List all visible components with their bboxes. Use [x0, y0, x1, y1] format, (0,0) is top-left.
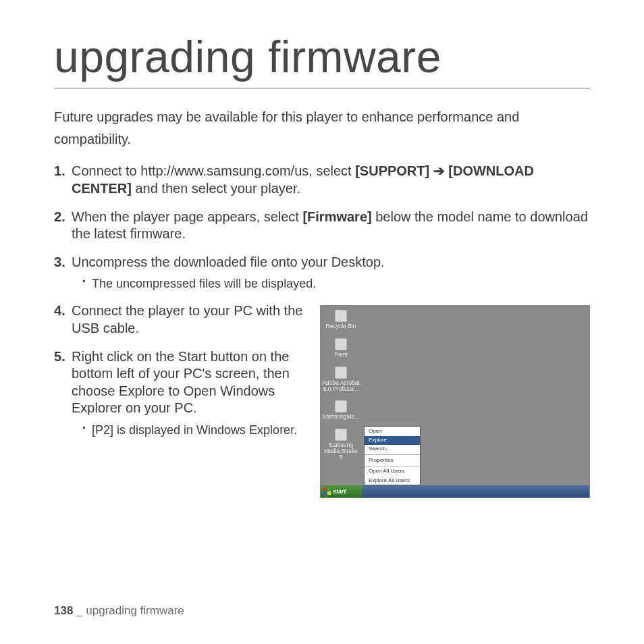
step1-post: and then select your player.	[132, 181, 300, 196]
step4-text: Connect the player to your PC with the U…	[72, 303, 302, 336]
start-button: start	[321, 485, 363, 498]
step-1: Connect to http://www.samsung.com/us, se…	[54, 163, 590, 197]
acrobat-app-icon	[335, 367, 347, 379]
menu-explore: Explore	[365, 436, 420, 445]
samsung-media-1-icon: SamsungMe...	[322, 400, 360, 420]
sammedia2-label: Samsung Media Studio 5	[322, 442, 360, 460]
menu-search: Search...	[365, 445, 420, 454]
menu-explore-all-users: Explore All Users	[365, 476, 420, 485]
step3-text: Uncompress the downloaded file onto your…	[72, 254, 385, 269]
samsung-app2-icon	[335, 429, 347, 441]
menu-properties: Properties	[365, 456, 420, 464]
step3-sub: The uncompressed files will be displayed…	[82, 276, 590, 292]
intro-text: Future upgrades may be available for thi…	[54, 106, 590, 151]
step-2: When the player page appears, select [Fi…	[54, 209, 590, 243]
paint-app-icon	[335, 338, 347, 350]
step-5: Right click on the Start button on the b…	[54, 348, 308, 438]
menu-separator-2	[365, 466, 420, 466]
page-title: upgrading firmware	[54, 28, 590, 88]
step1-support: [SUPPORT]	[355, 163, 429, 178]
menu-open: Open	[365, 427, 420, 435]
recycle-label: Recycle Bin	[322, 323, 360, 329]
step5-sub-list: [P2] is displayed in Windows Explorer.	[72, 423, 308, 438]
samsung-app-icon	[335, 400, 347, 412]
steps-list-continued: Connect the player to your PC with the U…	[54, 302, 308, 438]
trash-icon	[335, 310, 347, 322]
page-footer: 138 _ upgrading firmware	[54, 603, 184, 618]
step1-pre: Connect to http://www.samsung.com/us, se…	[72, 163, 355, 178]
step5-text: Right click on the Start button on the b…	[72, 349, 290, 416]
recycle-bin-icon: Recycle Bin	[322, 310, 360, 329]
acrobat-icon: Adobe Acrobat 6.0 Professi...	[322, 367, 360, 392]
sammedia1-label: SamsungMe...	[322, 414, 360, 420]
step-4: Connect the player to your PC with the U…	[54, 302, 308, 337]
samsung-media-2-icon: Samsung Media Studio 5	[322, 429, 360, 460]
start-context-menu: Open Explore Search... Properties Open A…	[364, 426, 421, 485]
arrow-icon: ➔	[429, 163, 448, 178]
paint-label: Paint	[322, 352, 360, 358]
menu-separator	[365, 454, 420, 455]
footer-sep: _	[73, 604, 86, 617]
menu-open-all-users: Open All Users	[365, 467, 420, 476]
step2-pre: When the player page appears, select	[72, 209, 302, 224]
page-number: 138	[54, 604, 73, 617]
acrobat-label: Adobe Acrobat 6.0 Professi...	[322, 380, 360, 392]
step3-sub-list: The uncompressed files will be displayed…	[72, 276, 590, 292]
paint-icon: Paint	[322, 338, 360, 358]
steps-list: Connect to http://www.samsung.com/us, se…	[54, 163, 590, 292]
footer-section: upgrading firmware	[86, 604, 184, 617]
step2-firmware: [Firmware]	[302, 209, 371, 224]
windows-desktop-screenshot: Recycle Bin Paint Adobe Acrobat 6.0 Prof…	[320, 305, 590, 498]
step5-sub: [P2] is displayed in Windows Explorer.	[82, 423, 308, 438]
step-3: Uncompress the downloaded file onto your…	[54, 254, 590, 292]
